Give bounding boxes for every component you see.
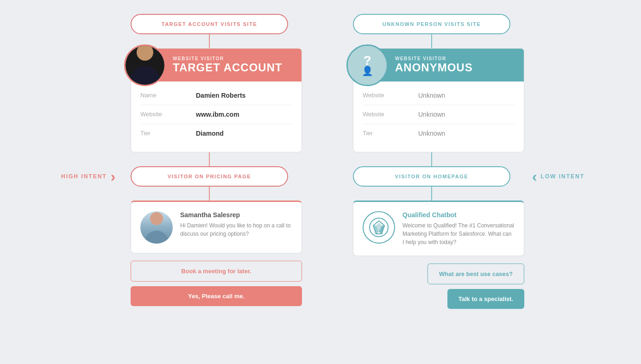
- salesrep-avatar: [140, 211, 173, 244]
- right-visitor-card: ? 👤 WEBSITE VISITOR ANONYMOUS Website Un…: [353, 48, 524, 152]
- left-btn-fill[interactable]: Yes, Please call me.: [131, 286, 302, 306]
- right-card-title: ANONYMOUS: [395, 61, 515, 74]
- left-row-2: Website www.ibm.com: [140, 105, 292, 124]
- connector-2: [209, 152, 210, 166]
- right-card-body: Website Unknown Website Unknown Tier Unk…: [353, 82, 524, 152]
- connector-3: [209, 187, 210, 201]
- left-chat-card: Samantha Salesrep Hi Damien! Would you l…: [131, 201, 302, 253]
- right-bottom-buttons: What are best use cases? Talk to a speci…: [353, 264, 524, 309]
- right-intent-row: VISITOR ON HOMEPAGE ‹ LOW INTENT: [339, 166, 524, 187]
- anonymous-avatar: ? 👤: [348, 46, 387, 85]
- right-mid-pill: VISITOR ON HOMEPAGE: [353, 166, 510, 187]
- left-row-1: Name Damien Roberts: [140, 86, 292, 105]
- left-btn-outline[interactable]: Book a meeting for later.: [131, 261, 302, 282]
- left-card-header: WEBSITE VISITOR TARGET ACCOUNT: [131, 49, 302, 82]
- right-avatar: ? 👤: [346, 44, 388, 86]
- left-visitor-card: WEBSITE VISITOR TARGET ACCOUNT Name Dami…: [131, 48, 302, 152]
- left-mid-pill: VISITOR ON PRICING PAGE: [131, 166, 288, 187]
- right-chat-message: Welcome to Qualified! The #1 Conversatio…: [402, 221, 515, 246]
- high-intent-label: HIGH INTENT ›: [61, 169, 115, 184]
- left-card-title: TARGET ACCOUNT: [173, 61, 292, 74]
- right-card-subtitle: WEBSITE VISITOR: [395, 56, 515, 61]
- chevron-right-icon: ›: [111, 169, 116, 184]
- right-row-2: Website Unknown: [363, 105, 515, 124]
- connector-4: [431, 34, 432, 48]
- left-avatar: [124, 44, 166, 86]
- right-row-1: Website Unknown: [363, 86, 515, 105]
- connector-6: [431, 187, 432, 201]
- right-card-header: ? 👤 WEBSITE VISITOR ANONYMOUS: [353, 49, 524, 82]
- left-card-subtitle: WEBSITE VISITOR: [173, 56, 292, 61]
- left-card-body: Name Damien Roberts Website www.ibm.com …: [131, 82, 302, 152]
- right-btn-outline[interactable]: What are best use cases?: [427, 264, 524, 284]
- left-chat-content: Samantha Salesrep Hi Damien! Would you l…: [180, 211, 292, 238]
- left-chat-message: Hi Damien! Would you like to hop on a ca…: [180, 221, 292, 238]
- right-chat-name: Qualified Chatbot: [402, 211, 515, 219]
- left-chat-name: Samantha Salesrep: [180, 211, 292, 219]
- chevron-left-icon: ‹: [532, 169, 537, 184]
- left-intent-row: HIGH INTENT › VISITOR ON PRICING PAGE: [117, 166, 302, 187]
- right-btn-fill[interactable]: Talk to a specialist.: [447, 289, 524, 309]
- right-chat-content: Qualified Chatbot Welcome to Qualified! …: [402, 211, 515, 246]
- low-intent-label: ‹ LOW INTENT: [532, 169, 584, 184]
- left-row-3: Tier Diamond: [140, 124, 292, 143]
- connector-5: [431, 152, 432, 166]
- qualified-logo: [363, 211, 395, 244]
- right-chat-card: Qualified Chatbot Welcome to Qualified! …: [353, 201, 524, 256]
- left-bottom-buttons: Book a meeting for later. Yes, Please ca…: [131, 261, 302, 306]
- right-row-3: Tier Unknown: [363, 124, 515, 143]
- right-top-pill: UNKNOWN PERSON VISITS SITE: [353, 14, 510, 34]
- connector-1: [209, 34, 210, 48]
- left-top-pill: TARGET ACCOUNT VISITS SITE: [131, 14, 288, 34]
